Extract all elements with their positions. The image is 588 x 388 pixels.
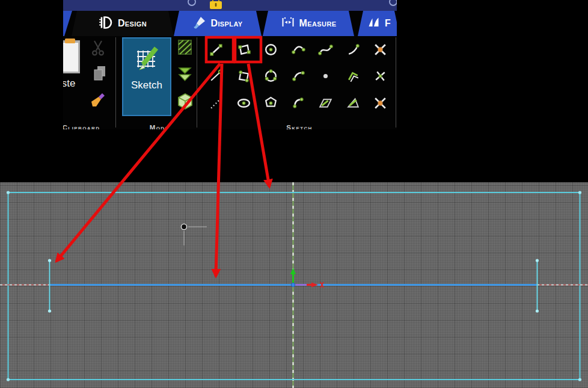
point-icon bbox=[317, 68, 334, 84]
history-icon[interactable] bbox=[186, 0, 197, 8]
tab-design[interactable]: Design bbox=[72, 11, 174, 36]
tool-project-to-sketch[interactable] bbox=[340, 90, 367, 117]
tool-sweep-arc[interactable] bbox=[285, 90, 313, 117]
ribbon-edge-separator bbox=[396, 37, 396, 128]
tool-three-point-rectangle[interactable] bbox=[230, 63, 258, 90]
tool-spline[interactable] bbox=[312, 36, 340, 63]
sketch-group-label: Sketch bbox=[203, 123, 396, 129]
tab-label: F bbox=[385, 18, 391, 29]
spline-icon bbox=[317, 42, 334, 58]
arc-icon bbox=[290, 68, 307, 84]
three-point-circle-icon bbox=[263, 68, 279, 84]
tab-label: Measure bbox=[299, 18, 337, 29]
fill-region-icon bbox=[317, 95, 334, 111]
tool-rectangle[interactable] bbox=[230, 36, 258, 63]
tool-point[interactable] bbox=[312, 63, 340, 90]
sails-icon bbox=[367, 16, 381, 31]
polygon-icon bbox=[263, 95, 279, 111]
tab-display[interactable]: Display bbox=[174, 11, 262, 36]
trim-away-icon bbox=[372, 42, 388, 58]
section-mode-button[interactable] bbox=[176, 38, 194, 57]
tool-line[interactable] bbox=[203, 36, 230, 63]
line-icon bbox=[208, 42, 224, 58]
tool-polygon[interactable] bbox=[257, 90, 285, 117]
three-point-rectangle-icon bbox=[236, 68, 252, 84]
app-window: Design Display Measure F bbox=[0, 0, 588, 388]
tool-ellipse[interactable] bbox=[230, 90, 258, 117]
format-painter-button[interactable] bbox=[88, 91, 106, 112]
quick-access-bar bbox=[63, 0, 397, 11]
tool-arc[interactable] bbox=[285, 63, 313, 90]
rectangle-icon bbox=[236, 42, 252, 58]
mode-group-label: Mode bbox=[122, 123, 197, 129]
paste-button-label[interactable]: Paste bbox=[63, 78, 91, 90]
tool-circle[interactable] bbox=[257, 36, 285, 63]
sync-icon[interactable] bbox=[388, 0, 397, 8]
lock-icon[interactable] bbox=[209, 0, 223, 11]
split-curve-icon bbox=[372, 68, 388, 84]
ribbon: Design Display Measure F bbox=[63, 0, 397, 129]
tool-offset-curve[interactable] bbox=[340, 63, 367, 90]
ellipse-icon bbox=[236, 95, 252, 111]
sketch-tools-grid bbox=[203, 36, 394, 117]
polyline-icon bbox=[208, 95, 224, 111]
ribbon-tabs: Design Display Measure F bbox=[63, 11, 397, 36]
tool-trim-away[interactable] bbox=[367, 36, 394, 63]
caliper-icon bbox=[281, 16, 295, 31]
sketch-mode-button-label: Sketch bbox=[131, 79, 162, 91]
designspark-logo-icon bbox=[99, 15, 114, 32]
tab-f[interactable]: F bbox=[358, 11, 397, 36]
tab-measure[interactable]: Measure bbox=[263, 11, 354, 36]
cut-button[interactable] bbox=[90, 40, 106, 59]
sketch-grid-pencil-icon bbox=[132, 45, 161, 73]
sketch-canvas[interactable] bbox=[0, 182, 588, 388]
tangent-arc-icon bbox=[345, 42, 361, 58]
group-separator bbox=[197, 37, 197, 128]
tool-fill-region[interactable] bbox=[312, 90, 340, 117]
tab-label: Display bbox=[210, 18, 242, 29]
paste-button[interactable] bbox=[63, 38, 81, 77]
tool-split-curve[interactable] bbox=[367, 63, 394, 90]
construction-line-icon bbox=[208, 68, 224, 84]
tool-tangent-arc[interactable] bbox=[340, 36, 367, 63]
sweep-arc-icon bbox=[290, 95, 307, 111]
pencil-cursor-point bbox=[181, 224, 207, 245]
trim-corner-icon bbox=[372, 95, 388, 111]
pull-mode-button[interactable] bbox=[176, 66, 194, 84]
tab-label: Design bbox=[118, 18, 147, 29]
sketch-mode-button[interactable]: Sketch bbox=[122, 37, 171, 116]
copy-button[interactable] bbox=[91, 65, 108, 84]
tool-three-point-arc[interactable] bbox=[285, 36, 313, 63]
project-to-sketch-icon bbox=[345, 95, 361, 111]
tool-trim-corner[interactable] bbox=[367, 90, 394, 117]
three-point-arc-icon bbox=[290, 42, 307, 58]
tool-three-point-circle[interactable] bbox=[257, 63, 285, 90]
tool-polyline[interactable] bbox=[203, 90, 230, 117]
clipboard-group-label: Clipboard bbox=[63, 123, 117, 129]
tool-construction-line[interactable] bbox=[203, 63, 230, 90]
group-separator bbox=[115, 37, 116, 128]
offset-curve-icon bbox=[345, 68, 361, 84]
paintbrush-icon bbox=[192, 16, 206, 32]
circle-icon bbox=[263, 42, 279, 58]
solid-mode-button[interactable] bbox=[176, 93, 194, 111]
ribbon-body: Paste bbox=[63, 36, 397, 129]
